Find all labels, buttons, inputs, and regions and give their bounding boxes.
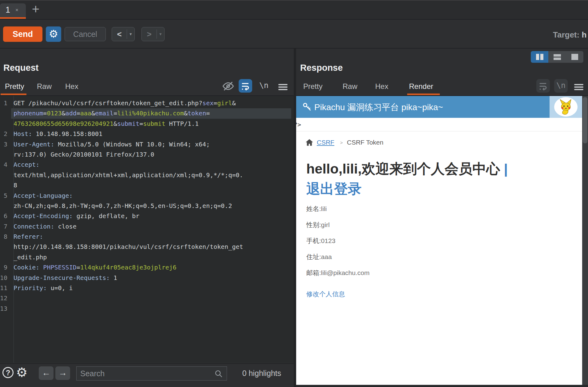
edit-profile-link[interactable]: 修改个人信息 (306, 290, 345, 298)
request-line: 10Upgrade-Insecure-Requests: 1 (0, 273, 294, 283)
breadcrumb-csrf-link[interactable]: CSRF (317, 139, 334, 146)
highlights-count: 0 highlights (237, 369, 287, 378)
single-pane-icon (571, 54, 578, 60)
request-line: 2Host: 10.148.98.158:8001 (0, 129, 294, 139)
scrollbar-thumb[interactable] (583, 97, 587, 143)
search-next-button[interactable]: → (55, 366, 70, 380)
request-line: 5Accept-Language: (0, 191, 294, 201)
profile-field: 邮箱:lili@pikachu.com (306, 268, 370, 284)
php-fragment-text: ?> (296, 121, 301, 128)
cancel-button[interactable]: Cancel (65, 27, 106, 41)
search-field-wrap (76, 366, 227, 381)
word-wrap-toggle-disabled[interactable] (536, 79, 550, 93)
chevron-left-icon: < (112, 30, 127, 39)
send-settings-button[interactable]: ⚙ (46, 26, 61, 42)
request-line: 47632680655d65698e926204921&submit=submi… (0, 119, 294, 129)
request-line: 3User-Agent: Mozilla/5.0 (Windows NT 10.… (0, 139, 294, 150)
columns-icon (540, 54, 543, 60)
search-input[interactable] (80, 367, 209, 380)
burp-repeater-window: 1 × + Send ⚙ Cancel < ▼ > ▼ Target: h Re… (0, 0, 588, 387)
active-tab-underline (407, 94, 440, 95)
heading-separator: | (504, 161, 508, 177)
pikachu-logo (554, 97, 578, 117)
back-history-button[interactable]: < ▼ (112, 27, 135, 41)
gear-icon: ⚙ (16, 365, 28, 380)
request-line: 1GET /pikachu/vul/csrf/csrftoken/token_g… (0, 98, 294, 108)
rows-icon (554, 54, 561, 60)
request-tab-pretty[interactable]: Pretty (5, 82, 24, 91)
target-value: h (582, 30, 586, 39)
send-button[interactable]: Send (3, 26, 42, 42)
tab-close-icon[interactable]: × (15, 7, 18, 13)
show-newlines-toggle[interactable]: \n (257, 79, 271, 93)
request-line: _edit.php (0, 252, 294, 262)
forward-history-button[interactable]: > ▼ (141, 27, 165, 41)
request-menu-button[interactable] (276, 79, 290, 93)
columns-icon (536, 54, 539, 60)
layout-rows-button[interactable] (548, 51, 566, 63)
home-icon[interactable] (305, 139, 313, 146)
layout-single-button[interactable] (566, 51, 583, 63)
panel-divider[interactable] (294, 49, 296, 387)
site-title: Pikachu 漏洞练习平台 pika~pika~ (314, 102, 443, 113)
search-settings-button[interactable]: ⚙ (16, 365, 28, 380)
response-bottom-strip (296, 385, 588, 387)
newline-icon: \n (556, 81, 566, 90)
response-tab-pretty[interactable]: Pretty (303, 82, 323, 91)
search-prev-button[interactable]: ← (39, 366, 54, 380)
dropdown-arrow-icon[interactable]: ▼ (157, 32, 164, 36)
request-line: 6Accept-Encoding: gzip, deflate, br (0, 211, 294, 221)
response-tab-raw[interactable]: Raw (343, 82, 357, 91)
arrow-left-icon: ← (42, 368, 50, 377)
request-tab-hex[interactable]: Hex (65, 82, 78, 91)
breadcrumb: CSRF > CSRF Token (296, 131, 582, 154)
logout-link[interactable]: 退出登录 (306, 180, 362, 198)
request-line: http://10.148.98.158:8001/pikachu/vul/cs… (0, 242, 294, 252)
repeater-tab-label: 1 (6, 5, 10, 15)
new-tab-button[interactable]: + (29, 2, 42, 17)
request-tab-raw[interactable]: Raw (37, 82, 52, 91)
request-text: 1GET /pikachu/vul/csrf/csrftoken/token_g… (0, 98, 294, 314)
request-line: 12 (0, 293, 294, 303)
response-render-view: Pikachu 漏洞练习平台 pika~pika~ (296, 96, 582, 385)
show-newlines-toggle-disabled[interactable]: \n (554, 79, 568, 93)
chevron-right-icon: > (142, 30, 157, 39)
profile-field: 性别:girl (306, 220, 370, 236)
gear-icon: ⚙ (49, 28, 58, 40)
layout-columns-button[interactable] (531, 51, 548, 63)
request-line: phonenum=0123&add=aaa&email=lili%40pikac… (0, 108, 294, 118)
request-line: zh-CN,zh;q=0.8,zh-TW;q=0.7,zh-HK;q=0.5,e… (0, 201, 294, 211)
repeater-tab-1[interactable]: 1 × (0, 3, 26, 19)
hide-nonprinting-button[interactable] (222, 81, 234, 93)
response-scrollbar[interactable] (582, 96, 588, 385)
search-icon (214, 369, 223, 378)
pikachu-banner: Pikachu 漏洞练习平台 pika~pika~ (296, 96, 582, 118)
breadcrumb-current: CSRF Token (347, 139, 383, 146)
word-wrap-icon (241, 81, 250, 90)
request-line: text/html,application/xhtml+xml,applicat… (0, 170, 294, 180)
request-line: 9Cookie: PHPSESSID=1l4qkuf4r05eac8je3ojp… (0, 262, 294, 273)
response-tab-hex[interactable]: Hex (375, 82, 388, 91)
target-bar: Target: h (553, 30, 588, 41)
arrow-right-icon: → (58, 368, 67, 377)
request-line: 11Priority: u=0, i (0, 283, 294, 293)
logo-block (550, 96, 582, 118)
layout-toggle-group (531, 51, 583, 63)
breadcrumb-separator: > (340, 140, 343, 145)
dropdown-arrow-icon[interactable]: ▼ (127, 32, 134, 36)
profile-fields: 姓名:lili性别:girl手机:0123住址:aaa邮箱:lili@pikac… (306, 204, 370, 284)
response-menu-button[interactable] (572, 79, 586, 93)
question-icon: ? (6, 369, 10, 377)
help-button[interactable]: ? (2, 367, 14, 378)
request-line: 8Referer: (0, 232, 294, 242)
welcome-heading: hello,lili,欢迎来到个人会员中心 | (306, 159, 574, 179)
target-label: Target: (553, 30, 579, 39)
word-wrap-toggle-on[interactable] (239, 79, 252, 93)
request-line: rv:137.0) Gecko/20100101 Firefox/137.0 (0, 150, 294, 160)
request-editor[interactable]: 1GET /pikachu/vul/csrf/csrftoken/token_g… (0, 96, 294, 363)
menu-icon (278, 83, 288, 91)
response-tab-render[interactable]: Render (409, 82, 433, 91)
word-wrap-icon (538, 81, 548, 90)
request-panel-title: Request (3, 63, 38, 73)
eye-slash-icon (222, 81, 234, 91)
